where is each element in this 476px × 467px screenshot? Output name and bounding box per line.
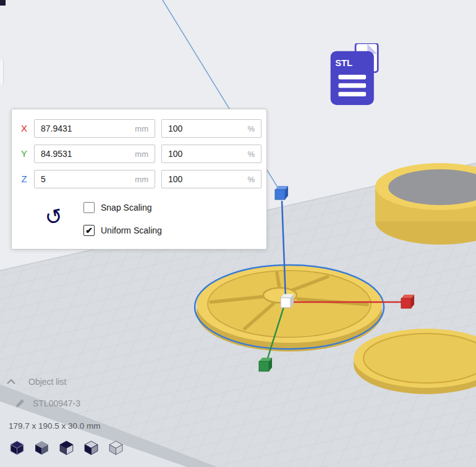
object-list-item[interactable]: STL00947-3 [15,398,80,408]
axis-z-label: Z [17,170,32,188]
text-line [338,92,366,96]
gizmo-center-handle[interactable] [281,294,294,308]
uniform-scaling-checkbox[interactable] [83,225,95,236]
view-front-button[interactable] [32,439,51,457]
scale-z-percent-input[interactable] [168,174,242,184]
percent-unit-label: % [242,124,255,133]
chevron-up-icon [6,378,16,385]
model-dimensions: 179.7 x 190.5 x 30.0 mm [9,421,101,431]
scale-row-y: Y mm % [12,145,266,163]
scale-tool-panel: X mm % Y mm % Z mm [11,109,267,250]
scale-y-mm-field[interactable]: mm [34,145,155,163]
view-front-icon [33,439,50,456]
snap-scaling-label: Snap Scaling [101,203,152,212]
axis-y-label: Y [17,145,32,163]
view-right-button[interactable] [106,439,125,457]
pencil-icon [15,398,25,408]
percent-unit-label: % [242,175,255,184]
scale-x-percent-input[interactable] [168,124,242,133]
percent-unit-label: % [242,149,255,159]
gizmo-z-handle[interactable] [275,186,288,200]
scale-z-percent-field[interactable]: % [161,170,261,188]
axis-x-label: X [17,119,32,138]
scale-x-mm-input[interactable] [41,124,130,133]
reset-scale-button[interactable]: ↺ [40,203,67,230]
object-list-title: Object list [28,377,66,387]
collapsed-toolbar-edge [0,60,4,85]
scale-x-percent-field[interactable]: % [161,119,261,138]
model-ring[interactable] [375,163,476,245]
mm-unit-label: mm [130,149,148,159]
object-list-header[interactable]: Object list [6,377,66,387]
uniform-scaling-label: Uniform Scaling [101,225,162,235]
scale-y-mm-input[interactable] [41,149,130,159]
model-disc-selected[interactable] [195,265,384,351]
view-3d-icon [9,439,25,456]
window-corner-mark [0,0,6,6]
stl-label: STL [335,58,352,68]
gizmo-y-handle[interactable] [259,358,272,371]
text-line [338,83,366,88]
view-3d-button[interactable] [7,439,26,457]
reset-icon: ↺ [38,202,69,232]
camera-view-toolbar [7,439,125,457]
stl-document-icon: STL [328,43,382,106]
scale-z-mm-input[interactable] [41,174,130,184]
text-line [338,75,366,79]
object-name: STL00947-3 [33,398,80,408]
uniform-scaling-row[interactable]: Uniform Scaling [83,225,162,236]
scale-x-mm-field[interactable]: mm [34,119,155,138]
scale-y-percent-field[interactable]: % [161,145,261,163]
view-left-button[interactable] [82,439,100,457]
scale-row-x: X mm % [12,119,266,138]
view-top-button[interactable] [57,439,75,457]
snap-scaling-row[interactable]: Snap Scaling [83,202,152,213]
scale-z-mm-field[interactable]: mm [34,170,155,188]
scale-y-percent-input[interactable] [168,149,242,159]
cura-3d-viewport: STL X mm % Y mm % [0,0,476,467]
gizmo-x-handle[interactable] [401,295,414,308]
mm-unit-label: mm [130,124,148,133]
scale-row-z: Z mm % [12,170,266,188]
snap-scaling-checkbox[interactable] [83,202,95,213]
stl-file-icon: STL [328,43,382,106]
view-left-icon [83,439,100,456]
mm-unit-label: mm [130,175,148,184]
view-top-icon [58,439,75,456]
view-right-icon [108,439,124,456]
